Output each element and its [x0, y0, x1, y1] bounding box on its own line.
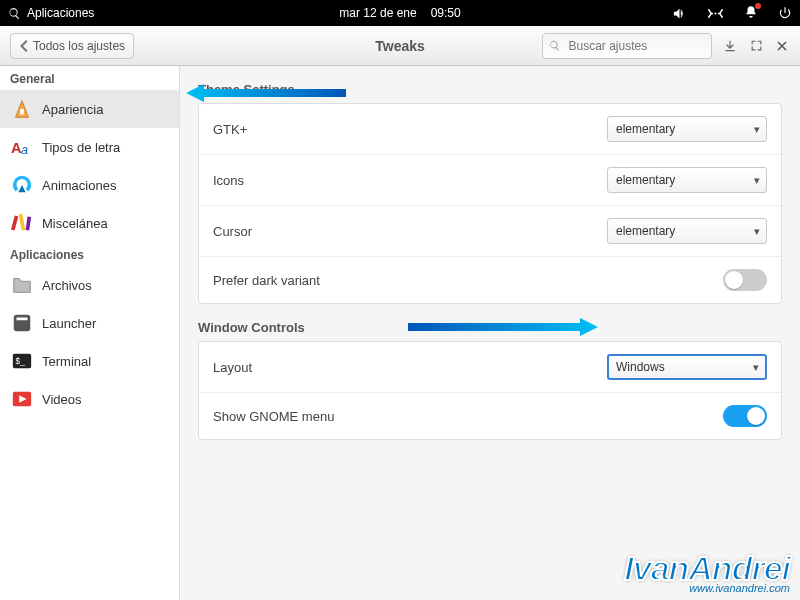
sidebar-item-tipos-letra[interactable]: Aa Tipos de letra — [0, 128, 179, 166]
sidebar-item-videos[interactable]: Videos — [0, 380, 179, 418]
search-icon — [8, 7, 21, 20]
time-text: 09:50 — [431, 6, 461, 20]
power-icon[interactable] — [778, 6, 792, 20]
sidebar-item-launcher[interactable]: Launcher — [0, 304, 179, 342]
notification-icon[interactable] — [744, 5, 758, 22]
svg-point-0 — [714, 12, 716, 14]
sidebar-item-animaciones[interactable]: Animaciones — [0, 166, 179, 204]
sidebar-item-label: Launcher — [42, 316, 169, 331]
sidebar-item-label: Archivos — [42, 278, 169, 293]
system-tray — [672, 5, 792, 22]
gnome-label: Show GNOME menu — [213, 409, 723, 424]
chevron-left-icon — [19, 40, 29, 52]
volume-icon[interactable] — [672, 6, 687, 21]
search-input[interactable] — [567, 38, 706, 54]
dark-label: Prefer dark variant — [213, 273, 723, 288]
sidebar: General Apariencia Aa Tipos de letra Ani… — [0, 66, 180, 600]
dark-toggle[interactable] — [723, 269, 767, 291]
svg-rect-10 — [14, 315, 31, 332]
icons-label: Icons — [213, 173, 607, 188]
appearance-icon — [10, 97, 34, 121]
cursor-select[interactable]: elementary — [607, 218, 767, 244]
sidebar-item-label: Tipos de letra — [42, 140, 169, 155]
launcher-icon — [10, 311, 34, 335]
sidebar-item-apariencia[interactable]: Apariencia — [0, 90, 179, 128]
header-bar: Todos los ajustes Tweaks — [0, 26, 800, 66]
applications-label: Aplicaciones — [27, 6, 94, 20]
theme-settings-card: GTK+ elementary Icons elementary Cursor … — [198, 103, 782, 304]
svg-rect-8 — [19, 214, 25, 231]
icons-select[interactable]: elementary — [607, 167, 767, 193]
close-icon[interactable] — [774, 38, 790, 54]
back-label: Todos los ajustes — [33, 39, 125, 53]
svg-point-2 — [718, 12, 720, 14]
gtk-select[interactable]: elementary — [607, 116, 767, 142]
applications-menu[interactable]: Aplicaciones — [8, 6, 94, 20]
sidebar-item-label: Videos — [42, 392, 169, 407]
section-window-title: Window Controls — [198, 320, 782, 335]
section-theme-title: Theme Settings — [198, 82, 782, 97]
network-icon[interactable] — [707, 7, 724, 20]
sidebar-group-aplicaciones: Aplicaciones — [0, 242, 179, 266]
gnome-toggle[interactable] — [723, 405, 767, 427]
top-panel: Aplicaciones mar 12 de ene 09:50 — [0, 0, 800, 26]
svg-rect-9 — [26, 216, 32, 230]
content-area: Theme Settings GTK+ elementary Icons ele… — [180, 66, 800, 600]
sidebar-item-label: Animaciones — [42, 178, 169, 193]
watermark: IvanAndrei www.ivanandrei.com — [624, 549, 790, 594]
layout-label: Layout — [213, 360, 607, 375]
svg-text:a: a — [21, 142, 28, 157]
date-text: mar 12 de ene — [339, 6, 416, 20]
misc-icon — [10, 211, 34, 235]
window-controls-card: Layout Windows Show GNOME menu — [198, 341, 782, 440]
sidebar-group-general: General — [0, 66, 179, 90]
row-cursor: Cursor elementary — [199, 205, 781, 256]
layout-select[interactable]: Windows — [607, 354, 767, 380]
gtk-label: GTK+ — [213, 122, 607, 137]
animations-icon — [10, 173, 34, 197]
sidebar-item-archivos[interactable]: Archivos — [0, 266, 179, 304]
svg-rect-11 — [17, 318, 28, 321]
search-icon — [549, 39, 561, 52]
clock[interactable]: mar 12 de ene 09:50 — [339, 6, 460, 20]
sidebar-item-label: Miscelánea — [42, 216, 169, 231]
videos-icon — [10, 387, 34, 411]
terminal-icon: $_ — [10, 349, 34, 373]
row-gnome: Show GNOME menu — [199, 392, 781, 439]
row-layout: Layout Windows — [199, 342, 781, 392]
font-icon: Aa — [10, 135, 34, 159]
row-gtk: GTK+ elementary — [199, 104, 781, 154]
row-icons: Icons elementary — [199, 154, 781, 205]
svg-text:$_: $_ — [16, 357, 26, 366]
svg-rect-4 — [20, 109, 24, 115]
svg-point-1 — [711, 12, 713, 14]
window-title: Tweaks — [375, 38, 425, 54]
maximize-icon[interactable] — [748, 38, 764, 54]
sidebar-item-label: Terminal — [42, 354, 169, 369]
row-dark: Prefer dark variant — [199, 256, 781, 303]
download-icon[interactable] — [722, 38, 738, 54]
files-icon — [10, 273, 34, 297]
sidebar-item-miscelanea[interactable]: Miscelánea — [0, 204, 179, 242]
search-field[interactable] — [542, 33, 712, 59]
back-button[interactable]: Todos los ajustes — [10, 33, 134, 59]
sidebar-item-label: Apariencia — [42, 102, 169, 117]
sidebar-item-terminal[interactable]: $_ Terminal — [0, 342, 179, 380]
cursor-label: Cursor — [213, 224, 607, 239]
svg-rect-7 — [11, 215, 18, 230]
